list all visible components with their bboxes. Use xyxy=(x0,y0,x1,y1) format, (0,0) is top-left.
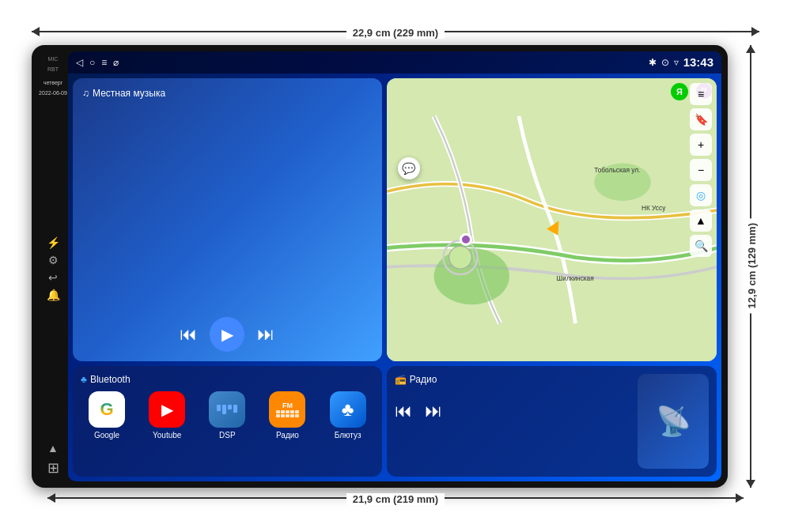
bt-icon: ♣ xyxy=(81,374,87,385)
navigate-icon[interactable]: ▲ xyxy=(47,442,59,455)
menu-icon[interactable]: ≡ xyxy=(101,57,107,68)
app-dsp[interactable]: DSP xyxy=(209,391,245,440)
wifi-status-icon: ▿ xyxy=(674,57,679,68)
youtube-app-label: Youtube xyxy=(153,431,181,440)
map-card[interactable]: Тобольская ул. НК Уссу Шилкинская ▲ xyxy=(387,78,717,361)
dimension-bottom: 21,9 cm (219 mm) xyxy=(47,488,744,511)
next-button[interactable]: ⏭ xyxy=(257,324,274,345)
dimension-right: 12,9 cm (129 mm) xyxy=(728,45,775,488)
svg-point-7 xyxy=(448,246,471,269)
svg-text:Шилкинская: Шилкинская xyxy=(556,274,593,282)
radio-next-button[interactable]: ⏭ xyxy=(425,401,442,421)
bt-title: ♣ Bluetooth xyxy=(81,374,374,385)
radio-title: 📻 Радио xyxy=(395,374,631,385)
bluetooth-app-label: Блютуз xyxy=(335,431,361,440)
status-left: ◁ ○ ≡ ⌀ xyxy=(76,57,119,68)
usb-icon[interactable]: ⌀ xyxy=(113,57,119,68)
back-icon[interactable]: ↩ xyxy=(48,271,58,284)
map-controls: ≡ 🔖 + − ◎ ▲ 🔍 xyxy=(690,83,712,257)
map-compass-button[interactable]: ◎ xyxy=(690,184,712,206)
day-label: четверг xyxy=(44,80,63,85)
dim-bottom-label: 21,9 cm (219 mm) xyxy=(346,493,445,505)
map-layers-button[interactable]: ≡ xyxy=(690,83,712,105)
top-side-group: MIC RBT четверг 2022-06-09 xyxy=(39,56,67,96)
dsp-app-icon xyxy=(209,391,245,428)
svg-text:НК Уссу: НК Уссу xyxy=(642,204,666,212)
radio-right: 📡 xyxy=(638,374,709,469)
home-icon[interactable]: ○ xyxy=(89,57,95,68)
svg-text:Тобольская ул.: Тобольская ул. xyxy=(594,166,640,174)
google-g-letter: G xyxy=(100,399,114,420)
music-title-text: Местная музыка xyxy=(93,88,165,99)
radio-icon: 📻 xyxy=(395,374,407,385)
status-right: ✱ ⊙ ▿ 13:43 xyxy=(649,55,713,69)
music-card: ♫ Местная музыка ⏮ ▶ ⏭ xyxy=(73,78,382,361)
app-youtube[interactable]: ▶ Youtube xyxy=(149,391,185,440)
map-north-button[interactable]: ▲ xyxy=(690,209,712,232)
mic-label: MIC xyxy=(48,56,59,62)
yandex-logo: Я xyxy=(671,83,688,100)
status-time: 13:43 xyxy=(683,55,713,69)
status-bar: ◁ ○ ≡ ⌀ ✱ ⊙ ▿ 13:43 xyxy=(68,51,721,74)
map-bookmark-button[interactable]: 🔖 xyxy=(690,108,712,130)
map-background: Тобольская ул. НК Уссу Шилкинская ▲ xyxy=(387,78,717,361)
dsp-app-label: DSP xyxy=(219,431,236,440)
location-status-icon: ⊙ xyxy=(661,57,669,68)
bluetooth-status-icon: ✱ xyxy=(649,57,657,68)
main-screen: ◁ ○ ≡ ⌀ ✱ ⊙ ▿ 13:43 xyxy=(68,51,721,481)
map-chat-bubble: 💬 xyxy=(398,157,420,179)
left-column: ♫ Местная музыка ⏮ ▶ ⏭ xyxy=(73,78,382,477)
equalizer-icon[interactable]: ⚡ xyxy=(47,236,60,249)
play-icon: ▶ xyxy=(221,325,233,344)
radio-prev-button[interactable]: ⏮ xyxy=(395,401,412,421)
rbt-label: RBT xyxy=(47,66,59,72)
bottom-side-group: ▲ ⊞ xyxy=(47,442,59,477)
dim-top-label: 22,9 cm (229 mm) xyxy=(346,27,445,39)
outer-container: 22,9 cm (229 mm) 21,9 cm (219 mm) 12,9 c… xyxy=(16,21,775,511)
side-buttons: MIC RBT четверг 2022-06-09 ⚡ ⚙ ↩ 🔔 ▲ ⊞ xyxy=(38,51,68,481)
notification-icon[interactable]: 🔔 xyxy=(47,289,60,301)
radio-card: 📻 Радио ⏮ ⏭ 📡 xyxy=(387,366,717,477)
radio-title-text: Радио xyxy=(410,374,437,385)
date-label: 2022-06-09 xyxy=(39,90,67,96)
google-app-icon: G xyxy=(89,391,125,428)
content-area: ♫ Местная музыка ⏮ ▶ ⏭ xyxy=(68,74,721,481)
radio-controls: ⏮ ⏭ xyxy=(395,401,631,421)
map-location-dot xyxy=(460,233,472,246)
map-zoom-out-button[interactable]: − xyxy=(690,159,712,181)
bluetooth-card: ♣ Bluetooth G Google xyxy=(73,366,382,477)
music-title: ♫ Местная музыка xyxy=(82,88,373,99)
dim-right-label: 12,9 cm (129 mm) xyxy=(744,218,759,313)
map-search-button[interactable]: 🔍 xyxy=(690,235,712,257)
radio-app-label: Радио xyxy=(276,431,299,440)
radio-left: 📻 Радио ⏮ ⏭ xyxy=(395,374,631,469)
music-controls: ⏮ ▶ ⏭ xyxy=(82,317,373,352)
settings-icon[interactable]: ⚙ xyxy=(48,254,59,266)
bt-title-text: Bluetooth xyxy=(90,374,131,385)
bt-apps: G Google ▶ Youtube xyxy=(81,391,374,440)
music-note-icon: ♫ xyxy=(82,88,89,99)
radio-app-icon: FM xyxy=(269,391,305,428)
right-column: Тобольская ул. НК Уссу Шилкинская ▲ xyxy=(387,78,717,477)
bluetooth-app-icon: ♣ xyxy=(330,391,366,428)
youtube-app-icon: ▶ xyxy=(149,391,185,428)
map-zoom-in-button[interactable]: + xyxy=(690,134,712,156)
apps-icon[interactable]: ⊞ xyxy=(47,459,59,477)
play-button[interactable]: ▶ xyxy=(210,317,244,352)
back-nav-icon[interactable]: ◁ xyxy=(76,57,83,68)
app-bluetooth[interactable]: ♣ Блютуз xyxy=(330,391,366,440)
google-app-label: Google xyxy=(94,431,119,440)
device-wrapper: MIC RBT четверг 2022-06-09 ⚡ ⚙ ↩ 🔔 ▲ ⊞ xyxy=(32,45,728,488)
app-google[interactable]: G Google xyxy=(89,391,125,440)
dimension-top: 22,9 cm (229 mm) xyxy=(32,21,759,45)
mid-side-group: ⚡ ⚙ ↩ 🔔 xyxy=(47,236,60,301)
antenna-icon: 📡 xyxy=(656,405,691,438)
car-stereo-device: MIC RBT четверг 2022-06-09 ⚡ ⚙ ↩ 🔔 ▲ ⊞ xyxy=(32,45,728,488)
app-radio[interactable]: FM xyxy=(269,391,305,440)
prev-button[interactable]: ⏮ xyxy=(180,324,197,345)
